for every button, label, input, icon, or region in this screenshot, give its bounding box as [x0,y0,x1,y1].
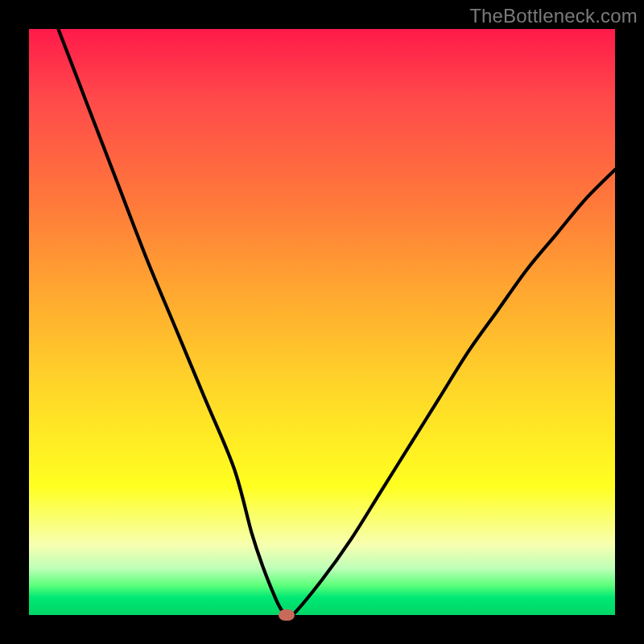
minimum-marker [279,609,295,621]
bottleneck-curve [29,29,615,615]
chart-frame: TheBottleneck.com [0,0,644,644]
watermark-text: TheBottleneck.com [469,5,638,27]
plot-area [29,29,615,615]
